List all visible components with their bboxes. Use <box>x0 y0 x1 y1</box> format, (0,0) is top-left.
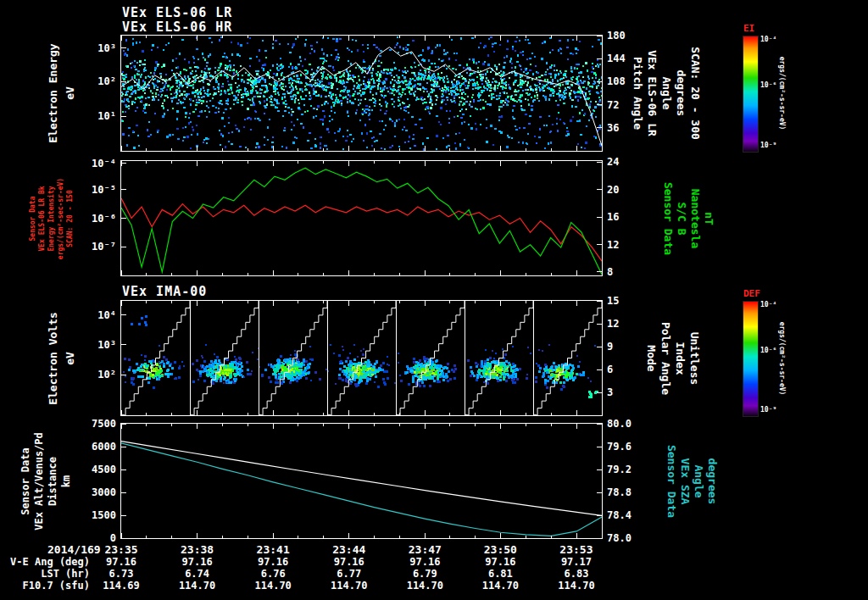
panel1-title-line2: VEx ELS-06 HR <box>122 19 232 35</box>
colorbar-2 <box>743 301 759 417</box>
colorbar-2-tick-1: 10⁻⁶ <box>760 347 776 354</box>
panel-4-right-label-2: Angle <box>693 464 705 497</box>
panel-4-canvas <box>121 424 602 538</box>
panel-2-rtick-3: 12 <box>607 239 643 251</box>
bottom-row-2-value-5: 114.70 <box>482 580 519 592</box>
colorbar-1-tick-2: 10⁻⁹ <box>760 142 776 149</box>
panel-2-ytick-2: 10⁻⁶ <box>81 213 116 225</box>
panel-3 <box>120 300 603 416</box>
colorbar-2-units: ergs/(cm²-s-sr-eV) <box>778 321 786 395</box>
bottom-row-0-value-0: 97.16 <box>106 556 136 568</box>
panel-2-canvas <box>121 161 602 275</box>
bottom-row-label-0: V-E Ang (deg) <box>3 556 90 568</box>
panel-3-canvas <box>121 301 602 415</box>
panel-1-right-label-3: degrees <box>675 70 687 117</box>
panel-1-ytick-0: 10³ <box>81 42 116 54</box>
panel1-title-line1: VEx ELS-06 LR <box>122 5 232 20</box>
panel-3-ytick-1: 10³ <box>81 339 116 351</box>
panel-4-right-label-0: Sensor Data <box>665 444 678 517</box>
panel-4-rtick-5: 78.0 <box>607 532 643 544</box>
panel-2-ytick-1: 10⁻⁵ <box>81 184 116 196</box>
time-label-6: 23:53 <box>559 543 593 556</box>
bottom-row-0-value-1: 97.16 <box>182 556 213 568</box>
panel-1-right-label-4: SCAN: 20 - 300 <box>689 47 702 140</box>
panel-4-left-label-1: VEx Alt/Venus/Pd <box>33 432 45 531</box>
colorbar-1-title: EI <box>743 23 754 34</box>
time-label-5: 23:50 <box>484 543 517 556</box>
bottom-row-2-value-3: 114.70 <box>331 580 367 592</box>
panel-2-right-label-0: Sensor Data <box>662 181 675 254</box>
panel-4-left-label-3: km <box>60 475 72 486</box>
panel-3-ytick-0: 10⁴ <box>81 309 116 321</box>
colorbar-1-units: ergs/(cm²-s-sr-eV) <box>778 57 786 131</box>
colorbar-1-tick-1: 10⁻⁶ <box>760 81 776 89</box>
panel-3-left-label-0: Electron Volts <box>47 312 59 405</box>
panel-2-left-label-1: VEx ELS-06 LR Bk <box>38 186 46 251</box>
bottom-row-2-value-1: 114.70 <box>179 580 215 592</box>
plot-screen: VEx ELS-06 LR VEx ELS-06 HR VEx IMA-00 2… <box>0 0 868 600</box>
panel-2-right-label-2: Nanotesla <box>689 188 702 247</box>
panel-3-right-label-1: Polar Angle <box>659 321 672 394</box>
bottom-row-2-value-4: 114.70 <box>407 580 443 592</box>
panel-4-rtick-0: 80.0 <box>607 418 643 430</box>
time-label-1: 23:38 <box>181 543 214 556</box>
bottom-row-label-2: F10.7 (sfu) <box>3 580 90 592</box>
bottom-row-0-value-3: 97.16 <box>334 556 364 568</box>
bottom-row-label-1: LST (hr) <box>3 568 90 580</box>
panel-2-left-label-4: SCAN: 20 - 150 <box>66 190 74 247</box>
date-label: 2014/169 <box>47 543 101 556</box>
panel-1-right-label-1: VEx ELS-06 LR <box>646 50 659 136</box>
bottom-row-0-value-4: 97.16 <box>409 556 440 568</box>
panel-4-left-label-0: Sensor Data <box>19 447 31 514</box>
panel-2-rtick-4: 8 <box>607 266 643 278</box>
panel-4-right-label-1: VEx SZA <box>679 458 692 504</box>
panel-2 <box>120 160 603 276</box>
panel-2-rtick-0: 24 <box>607 156 643 168</box>
panel-2-left-label-2: Energy Intensity <box>47 186 55 251</box>
panel-1-left-label-1: eV <box>64 86 76 100</box>
panel-1-right-label-0: Pitch Angle <box>632 57 644 130</box>
panel3-title: VEx IMA-00 <box>122 284 207 299</box>
panel-3-right-label-3: Unitless <box>688 331 701 385</box>
bottom-row-1-value-2: 6.76 <box>261 568 286 580</box>
panel-3-right-label-0: Mode <box>645 345 658 371</box>
colorbar-2-title: DEF <box>743 288 760 299</box>
panel-1-ytick-2: 10¹ <box>81 110 116 122</box>
time-label-4: 23:47 <box>409 543 442 556</box>
time-label-0: 23:35 <box>104 543 137 556</box>
panel-1-left-label-0: Electron Energy <box>47 43 59 142</box>
bottom-row-1-value-5: 6.81 <box>488 568 513 580</box>
bottom-row-0-value-6: 97.17 <box>561 556 592 568</box>
panel-4-ytick-4: 1500 <box>81 509 116 521</box>
time-label-3: 23:44 <box>332 543 365 556</box>
panel-4-rtick-1: 79.6 <box>607 441 643 453</box>
colorbar-2-tick-0: 10⁻⁴ <box>760 301 776 308</box>
panel-2-left-label-3: ergs/(cm²-sec-sr-eV) <box>57 177 64 258</box>
panel-1-ytick-1: 10² <box>81 75 116 87</box>
panel-1-right-label-2: Angle <box>660 76 673 109</box>
panel-3-rtick-3: 6 <box>607 364 643 375</box>
panel-3-rtick-1: 12 <box>607 318 643 330</box>
bottom-row-0-value-2: 97.16 <box>258 556 288 568</box>
panel-4-ytick-0: 7500 <box>81 418 116 430</box>
panel-3-rtick-0: 15 <box>607 295 643 307</box>
panel-4 <box>120 423 603 539</box>
colorbar-1-tick-0: 10⁻⁴ <box>760 36 776 43</box>
panel-2-left-label-0: Sensor Data <box>29 196 36 241</box>
panel-3-right-label-2: Index <box>674 342 687 375</box>
panel-1 <box>120 35 603 152</box>
panel-1-canvas <box>121 36 602 151</box>
bottom-row-2-value-0: 114.69 <box>103 580 139 592</box>
panel-2-right-label-1: S/C B <box>676 202 688 235</box>
panel-2-rtick-1: 20 <box>607 184 643 196</box>
bottom-row-1-value-3: 6.77 <box>337 568 361 580</box>
panel-3-rtick-2: 9 <box>607 341 643 353</box>
colorbar-1 <box>743 36 759 153</box>
bottom-row-1-value-1: 6.74 <box>185 568 209 580</box>
panel-4-rtick-4: 78.4 <box>607 509 643 521</box>
panel-3-rtick-4: 3 <box>607 386 643 398</box>
bottom-row-1-value-0: 6.73 <box>109 568 134 580</box>
panel-4-right-label-3: degrees <box>706 458 719 504</box>
bottom-row-0-value-5: 97.16 <box>485 556 515 568</box>
panel-2-ytick-3: 10⁻⁷ <box>81 241 116 253</box>
